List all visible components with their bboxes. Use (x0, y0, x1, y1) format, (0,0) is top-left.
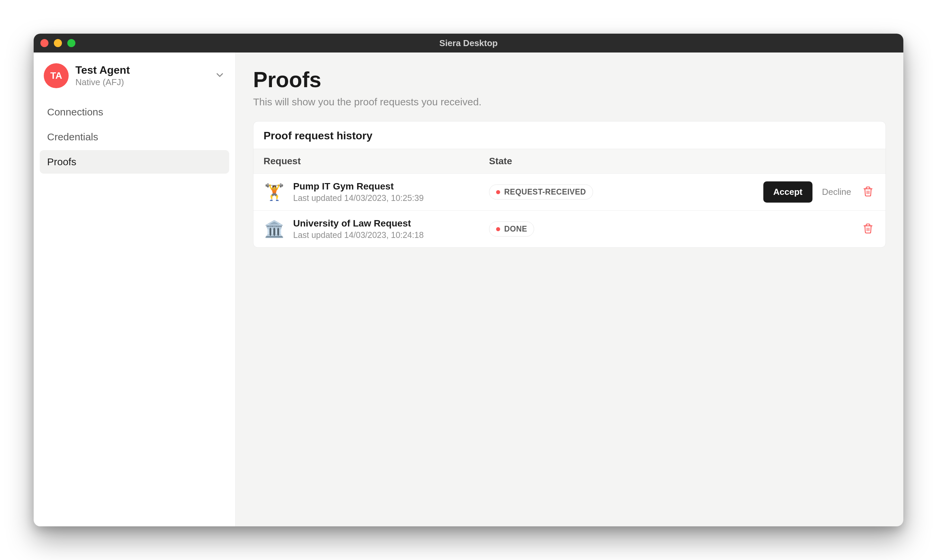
request-cell: 🏛️University of Law RequestLast updated … (263, 218, 489, 240)
proof-history-card: Proof request history Request State 🏋️Pu… (253, 121, 886, 248)
request-title: University of Law Request (293, 218, 424, 229)
actions-cell (861, 221, 875, 237)
request-cell: 🏋️Pump IT Gym RequestLast updated 14/03/… (263, 181, 489, 203)
sidebar-item-credentials[interactable]: Credentials (40, 125, 229, 149)
request-title: Pump IT Gym Request (293, 181, 424, 192)
delete-button[interactable] (861, 184, 875, 200)
traffic-lights (40, 39, 75, 47)
titlebar: Siera Desktop (34, 34, 903, 52)
accept-button[interactable]: Accept (763, 182, 813, 203)
sidebar-item-proofs[interactable]: Proofs (40, 150, 229, 174)
card-title: Proof request history (254, 122, 886, 149)
actions-cell: AcceptDecline (763, 182, 875, 203)
agent-selector[interactable]: TA Test Agent Native (AFJ) (40, 61, 229, 91)
status-dot-icon (496, 227, 500, 231)
trash-icon (863, 223, 873, 234)
delete-button[interactable] (861, 221, 875, 237)
maximize-window-button[interactable] (67, 39, 75, 47)
status-text: DONE (504, 225, 527, 234)
agent-name: Test Agent (75, 64, 208, 76)
state-cell: DONE (489, 222, 861, 237)
minimize-window-button[interactable] (54, 39, 62, 47)
column-state: State (489, 156, 875, 166)
table-header: Request State (254, 149, 886, 174)
request-updated: Last updated 14/03/2023, 10:24:18 (293, 230, 424, 240)
request-icon: 🏛️ (263, 218, 285, 240)
app-body: TA Test Agent Native (AFJ) ConnectionsCr… (34, 52, 903, 526)
trash-icon (863, 186, 873, 197)
status-dot-icon (496, 190, 500, 194)
avatar: TA (44, 63, 69, 88)
request-updated: Last updated 14/03/2023, 10:25:39 (293, 193, 424, 203)
page-subtitle: This will show you the proof requests yo… (253, 96, 886, 108)
sidebar: TA Test Agent Native (AFJ) ConnectionsCr… (34, 52, 235, 526)
sidebar-item-connections[interactable]: Connections (40, 100, 229, 124)
table-row[interactable]: 🏋️Pump IT Gym RequestLast updated 14/03/… (254, 174, 886, 211)
window-title: Siera Desktop (439, 38, 497, 48)
status-badge: DONE (489, 222, 534, 237)
state-cell: REQUEST-RECEIVED (489, 185, 763, 200)
status-badge: REQUEST-RECEIVED (489, 185, 593, 200)
close-window-button[interactable] (40, 39, 48, 47)
main-content: Proofs This will show you the proof requ… (235, 52, 903, 526)
decline-button[interactable]: Decline (822, 187, 851, 197)
page-title: Proofs (253, 67, 886, 92)
chevron-down-icon (214, 70, 225, 82)
agent-info: Test Agent Native (AFJ) (75, 64, 208, 88)
table-row[interactable]: 🏛️University of Law RequestLast updated … (254, 211, 886, 247)
agent-type: Native (AFJ) (75, 77, 208, 88)
column-request: Request (263, 156, 489, 166)
app-window: Siera Desktop TA Test Agent Native (AFJ)… (34, 34, 903, 526)
status-text: REQUEST-RECEIVED (504, 188, 586, 197)
request-icon: 🏋️ (263, 182, 285, 203)
